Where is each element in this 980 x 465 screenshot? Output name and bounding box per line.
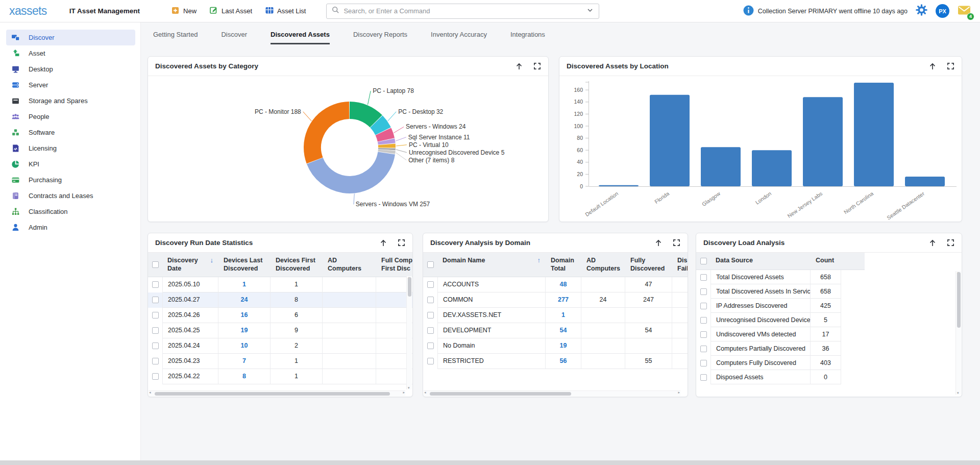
table-row[interactable]: Disposed Assets0 <box>696 370 962 384</box>
tab-integrations[interactable]: Integrations <box>510 31 545 44</box>
sidebar-item-licensing[interactable]: Licensing <box>6 140 135 156</box>
row-checkbox[interactable] <box>152 342 159 349</box>
table-row[interactable]: No Domain19 <box>423 338 688 354</box>
row-checkbox[interactable] <box>700 288 707 295</box>
tab-getting-started[interactable]: Getting Started <box>153 31 198 44</box>
row-checkbox[interactable] <box>152 312 159 319</box>
row-checkbox[interactable] <box>700 331 707 338</box>
horizontal-scrollbar-thumb[interactable] <box>430 392 571 396</box>
horizontal-scrollbar-thumb[interactable] <box>155 392 390 396</box>
asset-list-button[interactable]: Asset List <box>265 6 306 16</box>
row-checkbox[interactable] <box>700 374 707 381</box>
row-checkbox[interactable] <box>700 346 707 352</box>
row-checkbox[interactable] <box>427 281 434 288</box>
server-notification[interactable]: Collection Server PRIMARY went offline 1… <box>743 5 908 17</box>
table-row[interactable]: ACCOUNTS4847 <box>423 277 688 292</box>
column-header-full-comp[interactable]: Full Comp First Disc <box>376 253 412 277</box>
row-checkbox[interactable] <box>700 360 707 366</box>
search-input[interactable] <box>344 7 582 15</box>
sidebar-item-discover[interactable]: Discover <box>6 30 135 45</box>
table-row[interactable]: 2025.04.2371 <box>148 354 412 369</box>
row-checkbox[interactable] <box>700 317 707 324</box>
new-button[interactable]: New <box>172 6 197 16</box>
table-row[interactable]: RESTRICTED5655 <box>423 354 688 369</box>
table-row[interactable]: 2025.04.26166 <box>148 308 412 323</box>
sidebar-item-admin[interactable]: Admin <box>6 219 135 235</box>
vertical-scrollbar-thumb[interactable] <box>408 277 411 297</box>
vertical-scrollbar-thumb[interactable] <box>957 272 961 328</box>
row-checkbox[interactable] <box>152 358 159 364</box>
sidebar-item-contracts-and-leases[interactable]: Contracts and Leases <box>6 188 135 204</box>
last-asset-button[interactable]: Last Asset <box>210 6 252 16</box>
chevron-down-icon[interactable] <box>586 7 594 16</box>
fullscreen-icon[interactable] <box>673 239 680 247</box>
column-header-discovery-date[interactable]: Discovery Date↓ <box>162 253 218 277</box>
arrow-up-icon[interactable] <box>515 62 523 70</box>
row-checkbox[interactable] <box>152 281 159 288</box>
bar-north-carolina[interactable] <box>854 83 894 186</box>
row-checkbox[interactable] <box>427 327 434 334</box>
column-header-ad-computers[interactable]: AD Computers <box>581 253 625 277</box>
table-row[interactable]: Total Discovered Assets In Service658 <box>696 284 962 299</box>
sidebar-item-software[interactable]: Software <box>6 125 135 140</box>
column-header-devices-last-discovered[interactable]: Devices Last Discovered <box>218 253 271 277</box>
column-header-devices-first-discovered[interactable]: Devices First Discovered <box>271 253 323 277</box>
sidebar-item-storage-and-spares[interactable]: Storage and Spares <box>6 93 135 109</box>
table-row[interactable]: 2025.04.24102 <box>148 338 412 354</box>
table-row[interactable]: 2025.04.27248 <box>148 292 412 308</box>
column-header-domain-name[interactable]: Domain Name↑ <box>437 253 546 277</box>
sidebar-item-classification[interactable]: Classification <box>6 204 135 219</box>
arrow-up-icon[interactable] <box>928 239 937 247</box>
sidebar-item-asset[interactable]: Asset <box>6 45 135 61</box>
bar-seattle-datacenter[interactable] <box>905 177 945 186</box>
vertical-scrollbar[interactable] <box>955 271 961 395</box>
select-all-checkbox[interactable] <box>152 261 159 268</box>
bar-florida[interactable] <box>650 95 690 186</box>
fullscreen-icon[interactable] <box>947 62 954 70</box>
sidebar-item-people[interactable]: People <box>6 109 135 125</box>
horizontal-scrollbar[interactable] <box>149 390 405 396</box>
sidebar-item-purchasing[interactable]: Purchasing <box>6 172 135 188</box>
column-header-dis[interactable]: Dis Fail <box>672 253 688 277</box>
table-row[interactable]: Computers Partially Discovered36 <box>696 341 962 356</box>
arrow-up-icon[interactable] <box>654 239 663 247</box>
tab-discovery-reports[interactable]: Discovery Reports <box>353 31 407 44</box>
column-header-count[interactable]: Count <box>811 253 841 270</box>
table-row[interactable]: IP Addresses Discovered425 <box>696 299 962 313</box>
row-checkbox[interactable] <box>427 342 434 349</box>
tab-inventory-accuracy[interactable]: Inventory Accuracy <box>431 31 487 44</box>
row-checkbox[interactable] <box>152 297 159 303</box>
row-checkbox[interactable] <box>152 327 159 334</box>
table-row[interactable]: Computers Fully Discovered403 <box>696 356 962 370</box>
row-checkbox[interactable] <box>427 312 434 319</box>
user-avatar[interactable]: PX <box>936 4 949 18</box>
row-checkbox[interactable] <box>700 274 707 281</box>
sidebar-item-desktop[interactable]: Desktop <box>6 61 135 77</box>
bar-default-location[interactable] <box>599 185 639 186</box>
bar-london[interactable] <box>752 150 792 186</box>
row-checkbox[interactable] <box>152 373 159 380</box>
table-row[interactable]: COMMON27724247 <box>423 292 688 308</box>
fullscreen-icon[interactable] <box>947 239 954 247</box>
column-header-domain-total[interactable]: Domain Total <box>546 253 581 277</box>
vertical-scrollbar[interactable] <box>406 276 412 389</box>
sidebar-item-server[interactable]: Server <box>6 77 135 93</box>
table-row[interactable]: Unrecognised Discovered Devices5 <box>696 313 962 327</box>
table-row[interactable]: Undiscovered VMs detected17 <box>696 327 962 341</box>
column-header-data-source[interactable]: Data Source <box>710 253 811 270</box>
table-row[interactable]: DEV.XASSETS.NET1 <box>423 308 688 323</box>
tab-discovered-assets[interactable]: Discovered Assets <box>271 31 330 44</box>
arrow-up-icon[interactable] <box>928 62 937 70</box>
column-header-ad-computers[interactable]: AD Computers <box>323 253 376 277</box>
table-row[interactable]: 2025.04.25199 <box>148 323 412 338</box>
row-checkbox[interactable] <box>427 358 434 364</box>
sidebar-item-kpi[interactable]: KPI <box>6 156 135 172</box>
settings-gear-icon[interactable] <box>916 4 927 18</box>
fullscreen-icon[interactable] <box>533 62 541 70</box>
column-header-fully-discovered[interactable]: Fully Discovered <box>625 253 672 277</box>
bar-new-jersey-labs[interactable] <box>803 97 843 186</box>
horizontal-scrollbar[interactable] <box>424 390 680 396</box>
bar-glasgow[interactable] <box>701 147 741 186</box>
tab-discover[interactable]: Discover <box>221 31 247 44</box>
row-checkbox[interactable] <box>427 297 434 303</box>
